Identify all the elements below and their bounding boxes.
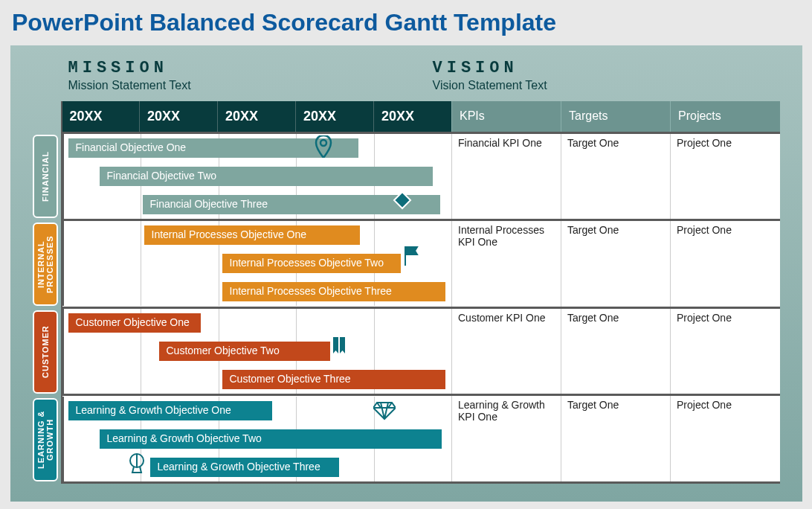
kpi-header: KPIs: [452, 101, 561, 132]
category-financial: FINANCIAL: [33, 135, 58, 218]
table-header: 20XX 20XX 20XX 20XX 20XX KPIs Targets Pr…: [62, 101, 780, 132]
kpi-cell: Learning & Growth KPI One: [452, 395, 561, 483]
kpi-cell: Financial KPI One: [452, 132, 561, 220]
gantt-bar: Internal Processes Objective One: [144, 225, 360, 245]
mission-label: MISSION: [68, 59, 433, 77]
project-header: Projects: [671, 101, 780, 132]
category-learning: LEARNING & GROWTH: [33, 398, 58, 481]
section-learning: Learning & Growth Objective One Learning…: [62, 395, 780, 483]
slide-canvas: MISSION Mission Statement Text VISION Vi…: [10, 45, 802, 502]
flag-icon: [403, 245, 421, 270]
project-cell: Project One: [671, 132, 780, 220]
gantt-bar: Customer Objective Three: [222, 370, 445, 389]
year-header: 20XX: [374, 101, 452, 132]
gantt-area-learning: Learning & Growth Objective One Learning…: [62, 397, 452, 481]
target-cell: Target One: [561, 220, 671, 308]
bookmark-icon: [332, 336, 347, 359]
category-internal: INTERNAL PROCESSES: [33, 223, 58, 306]
year-header: 20XX: [296, 101, 374, 132]
header-row: MISSION Mission Statement Text VISION Vi…: [68, 59, 780, 92]
year-header: 20XX: [62, 101, 140, 132]
gem-icon: [373, 401, 396, 423]
gantt-area-financial: Financial Objective One Financial Object…: [62, 134, 452, 219]
year-header: 20XX: [218, 101, 296, 132]
target-cell: Target One: [561, 395, 671, 483]
section-customer: Customer Objective One Customer Objectiv…: [62, 307, 780, 395]
target-cell: Target One: [561, 132, 671, 220]
year-header: 20XX: [140, 101, 218, 132]
gantt-bar: Learning & Growth Objective Two: [100, 429, 442, 449]
category-column: FINANCIAL INTERNAL PROCESSES CUSTOMER LE…: [33, 101, 61, 484]
gantt-bar: Financial Objective Two: [100, 167, 433, 186]
scorecard-table: 20XX 20XX 20XX 20XX 20XX KPIs Targets Pr…: [61, 101, 780, 484]
diamond-icon: [393, 191, 412, 213]
gantt-bar: Internal Processes Objective Three: [222, 282, 445, 301]
project-cell: Project One: [671, 395, 780, 483]
kpi-cell: Customer KPI One: [452, 307, 561, 395]
project-cell: Project One: [671, 307, 780, 395]
gantt-bar: Learning & Growth Objective Three: [150, 458, 339, 477]
project-cell: Project One: [671, 220, 780, 308]
gantt-bar: Internal Processes Objective Two: [222, 254, 401, 273]
gantt-bar: Customer Objective One: [68, 313, 201, 333]
gantt-bar: Learning & Growth Objective One: [68, 401, 272, 420]
gantt-area-internal: Internal Processes Objective One Interna…: [62, 221, 452, 306]
section-financial: Financial Objective One Financial Object…: [62, 132, 780, 220]
mission-text: Mission Statement Text: [68, 79, 433, 92]
section-internal: Internal Processes Objective One Interna…: [62, 220, 780, 308]
page-title: PowerPoint Balanced Scorecard Gantt Temp…: [12, 9, 806, 36]
vision-text: Vision Statement Text: [433, 79, 797, 92]
balloon-icon: [128, 453, 146, 480]
pin-icon: [315, 135, 332, 161]
category-customer: CUSTOMER: [33, 310, 58, 394]
target-header: Targets: [561, 101, 671, 132]
vision-label: VISION: [433, 59, 797, 77]
kpi-cell: Internal Processes KPI One: [452, 220, 561, 308]
gantt-area-customer: Customer Objective One Customer Objectiv…: [62, 309, 452, 394]
target-cell: Target One: [561, 307, 671, 395]
gantt-bar: Customer Objective Two: [159, 342, 330, 361]
